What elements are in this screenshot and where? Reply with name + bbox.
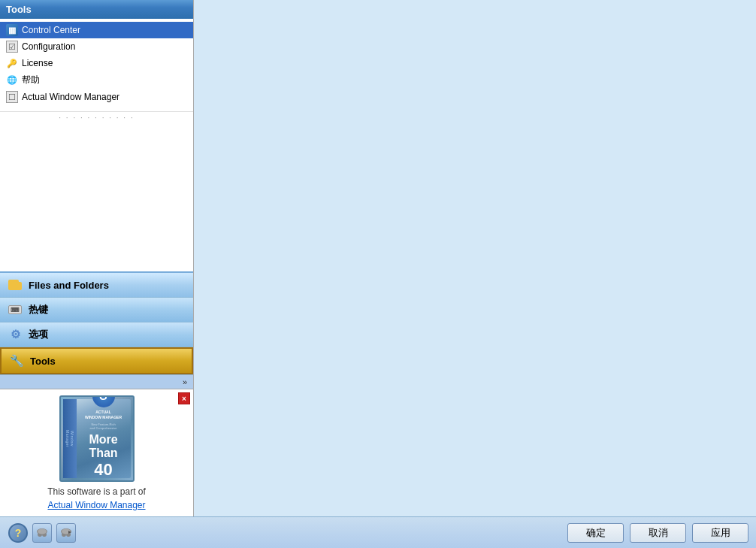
hotkeys-icon: ⌨ [8,302,23,317]
tree-header: Tools [0,0,193,19]
ok-button[interactable]: 确定 [567,523,624,543]
nav-item-label: Files and Folders [29,280,109,291]
tree-title: Tools [6,4,32,15]
tree-item-license[interactable]: 🔑 License [0,55,193,71]
ad-link[interactable]: Actual Window Manager [6,500,187,510]
book-spine: WindowManager [63,399,77,478]
book-feature: New Feature-Richand Comprehensive [80,422,128,430]
tree-item-help[interactable]: 🌐 帮助 [0,71,193,89]
license-icon: 🔑 [6,57,18,69]
back-icon [32,523,52,543]
awm-icon: ☐ [6,91,18,103]
forward-button[interactable] [56,522,77,543]
back-button[interactable] [32,522,53,543]
book-logo: G [92,395,115,407]
tree-item-label: Control Center [22,25,80,35]
tools-icon: 🔧 [9,353,24,368]
main-area: Tools ▦ Control Center ☑ Configuration 🔑… [0,0,756,516]
close-icon: × [182,395,186,403]
bottom-left-icons: ? [8,522,77,543]
help-question-mark: ? [15,527,22,539]
cancel-button[interactable]: 取消 [630,523,686,543]
ad-description-text: This software is a part of [6,486,187,497]
ad-product-image: WindowManager G ACTUALWindow Manager New… [59,395,135,482]
nav-item-hotkeys[interactable]: ⌨ 热键 [0,298,193,322]
forward-icon [56,523,76,543]
tree-item-control-center[interactable]: ▦ Control Center [0,22,193,38]
tree-section: Tools ▦ Control Center ☑ Configuration 🔑… [0,0,193,271]
book-number: More Than40 Handy Tools [80,433,128,483]
book-title: ACTUALWindow Manager [80,410,128,420]
ad-panel: × WindowManager G ACTUALWindow Manager [0,389,193,516]
ad-close-button[interactable]: × [178,392,190,404]
nav-item-tools[interactable]: 🔧 Tools [0,347,193,374]
help-icon: 🌐 [6,74,18,86]
tree-item-label: Configuration [22,41,75,52]
book-content: G ACTUALWindow Manager New Feature-Richa… [77,395,131,482]
svg-point-3 [38,528,47,534]
options-icon: ⚙ [8,327,23,342]
expand-arrow-icon[interactable]: » [183,377,187,386]
nav-sections: Files and Folders ⌨ 热键 ⚙ 选项 🔧 Tools [0,271,193,389]
nav-item-label: 选项 [29,328,48,341]
bottom-right-buttons: 确定 取消 应用 [567,523,748,543]
bottom-bar: ? [0,516,756,548]
right-panel [194,0,756,516]
tree-item-awm[interactable]: ☐ Actual Window Manager [0,89,193,105]
nav-item-label: 热键 [29,303,48,316]
files-folders-icon [8,277,23,292]
config-icon: ☑ [6,41,18,53]
help-button[interactable]: ? [8,522,29,543]
tree-item-label: Actual Window Manager [22,92,119,102]
nav-item-label: Tools [30,356,56,367]
tree-item-configuration[interactable]: ☑ Configuration [0,38,193,55]
nav-item-options[interactable]: ⚙ 选项 [0,322,193,347]
apply-button[interactable]: 应用 [692,523,748,543]
nav-item-files-folders[interactable]: Files and Folders [0,273,193,298]
tree-item-label: License [22,58,53,68]
nav-more-arrow[interactable]: » [0,374,193,389]
help-icon: ? [8,523,28,543]
left-panel: Tools ▦ Control Center ☑ Configuration 🔑… [0,0,194,516]
ad-book: WindowManager G ACTUALWindow Manager New… [63,399,131,478]
tree-item-label: 帮助 [22,74,40,86]
control-center-icon: ▦ [6,24,18,36]
tree-items: ▦ Control Center ☑ Configuration 🔑 Licen… [0,19,193,108]
separator-dots: · · · · · · · · · · · [0,111,193,123]
